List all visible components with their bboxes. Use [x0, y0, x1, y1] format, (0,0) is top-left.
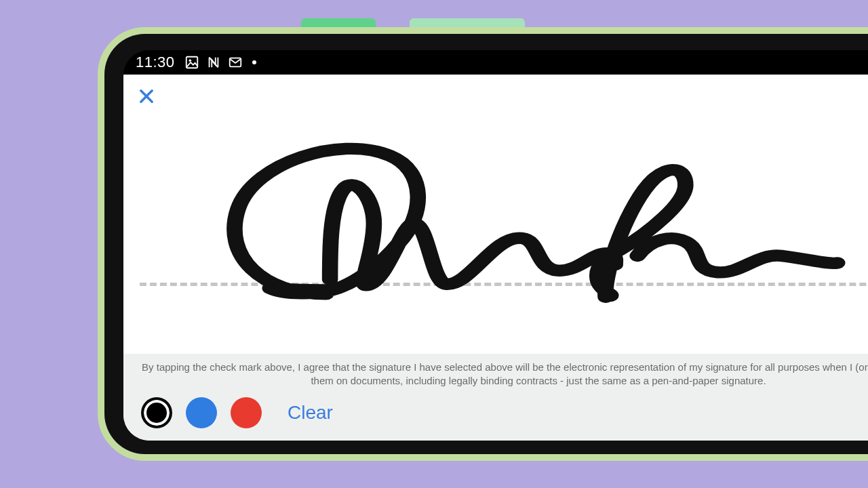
- nfc-icon: [206, 55, 221, 70]
- signature-stroke: [206, 132, 845, 309]
- color-swatch-blue[interactable]: [186, 397, 217, 428]
- android-status-bar: 11:30: [123, 50, 868, 75]
- gallery-icon: [184, 55, 199, 70]
- color-tool-row: Clear: [141, 397, 868, 428]
- agreement-text: By tapping the check mark above, I agree…: [141, 361, 868, 388]
- mail-icon: [228, 55, 243, 70]
- close-icon[interactable]: [137, 87, 156, 106]
- signature-canvas[interactable]: [123, 118, 868, 354]
- status-time: 11:30: [136, 54, 175, 71]
- phone-screen: 11:30: [123, 50, 868, 441]
- svg-point-1: [189, 59, 191, 62]
- phone-outer-bezel: 11:30: [98, 27, 868, 461]
- signature-app: By tapping the check mark above, I agree…: [123, 75, 868, 441]
- phone-hw-button: [410, 18, 525, 27]
- phone-hw-button: [301, 18, 376, 27]
- color-swatch-black[interactable]: [141, 397, 172, 428]
- app-header: [123, 75, 868, 118]
- clear-button[interactable]: Clear: [281, 399, 340, 426]
- color-swatch-red[interactable]: [231, 397, 262, 428]
- status-more-dot: [252, 60, 256, 64]
- phone-frame: 11:30: [104, 34, 868, 454]
- footer-panel: By tapping the check mark above, I agree…: [123, 354, 868, 441]
